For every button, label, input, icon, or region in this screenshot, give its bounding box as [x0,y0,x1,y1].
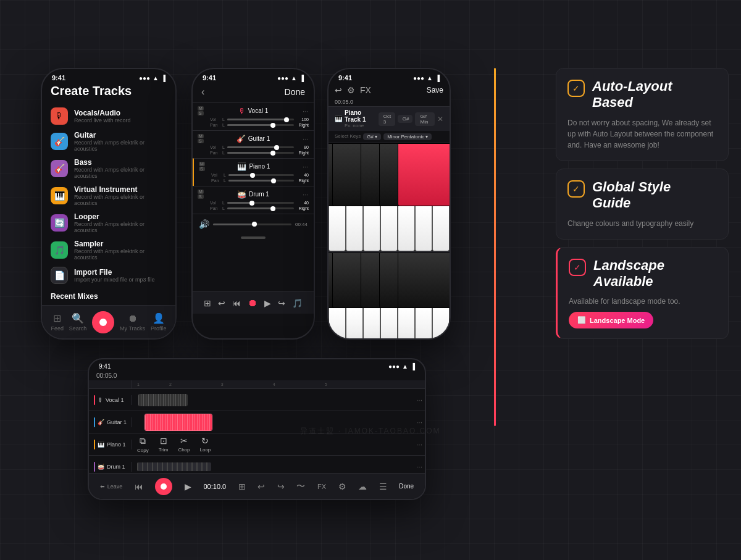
guitar-pan-slider[interactable] [227,152,294,154]
settings-icon-3[interactable]: ⚙ [347,85,355,95]
mixer-ms-guitar: M S [198,134,204,143]
nav-profile[interactable]: 👤 Profile [151,312,167,332]
recent-mixes-title: Recent Mixes [51,292,167,301]
vocal-vol-slider[interactable] [227,119,294,120]
guitar-vol-slider[interactable] [227,146,294,148]
piano-keyboard-top[interactable] [329,143,450,251]
grid-icon-land[interactable]: ⊞ [238,482,246,491]
leave-button[interactable]: ⬅ Leave [100,483,123,490]
piano-vol-slider[interactable] [228,174,294,176]
done-button-land[interactable]: Done [399,483,414,490]
global-style-desc: Change colours and typography easily [567,218,717,229]
wave-icon-land[interactable]: 〜 [296,481,305,492]
vocal-pan-slider[interactable] [227,124,294,126]
nav-feed[interactable]: ⊞ Feed [51,312,64,332]
auto-layout-desc: Do not worry about spacing, We already s… [567,117,717,151]
feature-card-auto-layout: ✓ Auto-LayoutBased Do not worry about sp… [556,68,729,161]
track-item-sampler[interactable]: 🎵 Sampler Record with Amps elektrik or a… [51,236,167,264]
track-item-looper[interactable]: 🔄 Looper Record with Amps elektrik or ac… [51,209,167,236]
features-panel: ✓ Auto-LayoutBased Do not worry about sp… [556,68,729,346]
track-item-virtual[interactable]: 🎹 Virtual Instrument Record with Amps el… [51,182,167,209]
vocal-lane-content[interactable] [132,389,416,411]
undo-icon-3[interactable]: ↩ [335,85,342,95]
drum-waveform [137,462,211,471]
redo-icon[interactable]: ↪ [278,298,285,308]
piano-menu-icon[interactable]: ··· [303,162,309,171]
landscape-vocal-lane: 🎙 Vocal 1 ··· [89,389,425,411]
landscape-check-icon: ✓ [569,259,586,276]
grid-icon[interactable]: ⊞ [204,298,211,308]
drum-lane-menu[interactable]: ··· [416,462,425,471]
ctx-copy[interactable]: ⧉ Copy [137,436,149,453]
time-ruler: 00:05.0 [329,98,450,107]
track-info-import: Import File Import your mixed file or mp… [74,268,167,283]
nav-search[interactable]: 🔍 Search [69,312,87,332]
master-volume-slider[interactable] [213,224,291,225]
piano-lane-menu[interactable]: ··· [416,440,425,449]
fx-icon-land[interactable]: FX [317,483,326,490]
record-button[interactable] [92,311,114,333]
key-selector[interactable]: G# [398,115,413,123]
ctx-trim[interactable]: ⊡ Trim [159,436,169,453]
track-header-bar: 🎹 Piano Track 1 Fx: none Oct 3 G# G# Min… [329,107,450,131]
octave-selector[interactable]: Oct 3 [379,112,395,126]
done-button[interactable]: Done [285,87,305,97]
landscape-piano-label: 🎹 Piano 1 [89,440,132,449]
play-icon-land[interactable]: ▶ [185,482,191,491]
save-button[interactable]: Save [427,86,443,94]
fx2-icon-land[interactable]: ⚙ [338,482,346,491]
menu-icon-land[interactable]: ☰ [379,482,387,491]
scale-selector[interactable]: G# Min [415,112,435,126]
piano-keyboard-bottom[interactable] [329,253,450,340]
nav-my-tracks[interactable]: ⏺ My Tracks [120,313,145,332]
create-tracks-title: Create Tracks [51,84,167,98]
undo-icon-land[interactable]: ↩ [257,482,265,491]
key-dropdown[interactable]: G# ▾ [363,133,381,140]
phone2-mixer: 9:41 ●●● ▲ ▐ ‹ Done M S 🎙 Vocal 1 ··· Vo… [191,68,315,340]
global-style-check-icon: ✓ [567,180,585,198]
vocal-menu-icon[interactable]: ··· [303,107,309,115]
mixer-drum-controls: Vol L 40 Pan L Right [210,201,309,211]
track-item-import[interactable]: 📄 Import File Import your mixed file or … [51,264,167,287]
phone1-create-tracks: 9:41 ●●● ▲ ▐ Create Tracks 🎙 Vocals/Audi… [41,68,177,340]
rewind-icon[interactable]: ⏮ [232,298,241,308]
track-info-vocals: Vocals/Audio Record live with record [74,109,167,123]
metronome-icon[interactable]: 🎵 [292,298,303,308]
piano-lane-content[interactable]: ⧉ Copy ⊡ Trim ✂ Chop ↻ Loop [132,433,416,455]
ctx-chop[interactable]: ✂ Chop [178,436,190,453]
record-button-land[interactable] [155,478,172,495]
record-icon-2[interactable]: ⏺ [248,298,257,309]
guitar-icon: 🎸 [237,135,246,143]
status-time-3: 9:41 [338,74,352,81]
fx-icon-3[interactable]: FX [360,85,371,95]
close-icon[interactable]: ✕ [437,115,443,123]
scale-dropdown[interactable]: Minor Pentatonic ▾ [383,133,432,140]
landscape-drum-label: 🥁 Drum 1 [89,462,132,472]
status-time-1: 9:41 [52,74,65,81]
drum-pan-slider[interactable] [227,207,294,209]
guitar-lane-menu[interactable]: ··· [416,418,425,427]
chop-icon: ✂ [180,436,188,446]
mixer-guitar-name: 🎸 Guitar 1 [237,135,270,143]
drum-menu-icon[interactable]: ··· [303,190,309,199]
vocal-lane-menu[interactable]: ··· [416,396,425,404]
drum-vol-slider[interactable] [227,202,294,204]
landscape-status-bar: 9:41 ●●● ▲ ▐ [89,359,425,371]
ctx-loop[interactable]: ↻ Loop [200,436,211,453]
redo-icon-land[interactable]: ↪ [277,482,285,491]
track-item-guitar[interactable]: 🎸 Guitar Record with Amps elektrik or ac… [51,128,167,155]
back-chevron-icon[interactable]: ‹ [201,86,204,98]
vocal-waveform [138,394,188,406]
play-icon[interactable]: ▶ [264,298,271,308]
landscape-feature-desc: Available for landscape mode too. [569,296,717,307]
undo-icon[interactable]: ↩ [218,298,225,308]
track-item-vocals[interactable]: 🎙 Vocals/Audio Record live with record [51,104,167,128]
share-icon-land[interactable]: ☁ [358,482,367,491]
piano-pan-slider[interactable] [228,180,294,182]
feature-card-landscape: ✓ LandscapeAvailable Available for lands… [556,247,729,340]
rewind-icon-land[interactable]: ⏮ [135,482,143,491]
landscape-mode-button[interactable]: ⬜ Landscape Mode [569,312,653,328]
track-item-bass[interactable]: 🎸 Bass Record with Amps elektrik or acou… [51,155,167,182]
guitar-menu-icon[interactable]: ··· [303,135,309,143]
copy-icon: ⧉ [140,436,146,446]
